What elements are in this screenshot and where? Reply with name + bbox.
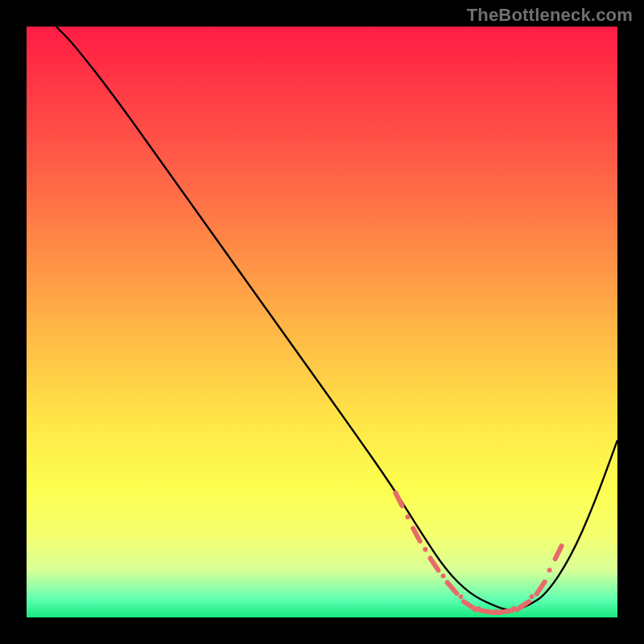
attribution-label: TheBottleneck.com [467,5,633,26]
dotted-dot [530,594,535,599]
dotted-segment [481,610,495,613]
plot-area [27,27,617,617]
dotted-segment [498,610,513,613]
dotted-segment [555,546,562,559]
dotted-dot [441,574,446,579]
dotted-segment [517,601,529,609]
dotted-segment [537,582,545,594]
curve-dotted-band [395,493,561,614]
dotted-segment [395,493,402,506]
dotted-segment [431,559,439,571]
bottleneck-curve [56,27,617,610]
chart-canvas: TheBottleneck.com [0,0,644,644]
curve-layer [27,27,617,617]
dotted-dot [547,568,552,572]
dotted-dot [459,594,464,599]
dotted-segment [464,601,476,609]
dotted-dot [405,514,410,519]
dotted-dot [423,547,427,552]
dotted-segment [448,583,457,594]
